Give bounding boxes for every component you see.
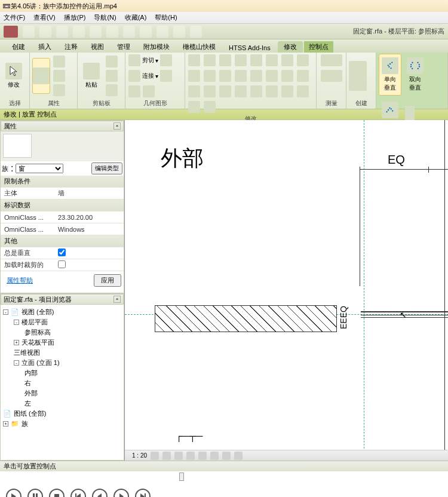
delete-icon[interactable] [250, 70, 262, 82]
tree-elev[interactable]: -立面 (立面 1) [3, 358, 121, 368]
copy-icon[interactable] [106, 70, 118, 82]
scale-icon[interactable] [204, 70, 216, 82]
group-identity[interactable]: 标识数据 [1, 200, 124, 211]
cut-icon[interactable] [106, 56, 118, 68]
pause-button[interactable] [27, 489, 43, 497]
ref-plane-vertical[interactable] [364, 120, 364, 461]
collapse-icon[interactable]: - [14, 320, 19, 325]
visual-style-icon[interactable] [162, 452, 171, 460]
close-icon[interactable]: × [113, 122, 121, 130]
mod-icon[interactable] [297, 85, 309, 97]
crop-region-icon[interactable] [210, 452, 219, 460]
dimension-icon[interactable] [321, 70, 342, 82]
mod-icon[interactable] [204, 85, 216, 97]
menu-view[interactable]: 查看(V) [33, 13, 56, 22]
tree-sheets[interactable]: 📄 图纸 (全部) [3, 409, 121, 419]
tab-manage[interactable]: 管理 [111, 41, 136, 53]
mod-icon[interactable] [281, 85, 293, 97]
menu-file[interactable]: 文件(F) [4, 13, 25, 22]
split-icon[interactable] [297, 54, 309, 66]
mod-icon[interactable] [250, 85, 262, 97]
mod-icon[interactable] [281, 70, 293, 82]
menu-fav[interactable]: 收藏(A) [125, 13, 147, 22]
qat-save-icon[interactable] [39, 26, 51, 38]
geom-icon[interactable] [128, 85, 140, 97]
prev-button[interactable] [70, 489, 86, 497]
cope-icon[interactable] [160, 54, 172, 66]
trunc-checkbox[interactable] [58, 260, 66, 268]
family-types-icon[interactable] [53, 70, 65, 82]
menu-play[interactable]: 播放(P) [64, 13, 86, 22]
next-button[interactable] [135, 489, 151, 497]
tab-modify[interactable]: 修改 [278, 41, 303, 53]
qat-item[interactable] [123, 26, 135, 38]
expand-icon[interactable]: + [3, 421, 8, 427]
modify-button[interactable]: 修改 [2, 55, 25, 97]
app-button[interactable] [4, 26, 18, 38]
align-icon[interactable] [188, 54, 200, 66]
detail-level-icon[interactable] [151, 452, 159, 460]
mod-icon[interactable] [204, 101, 216, 113]
tree-right[interactable]: 右 [3, 378, 121, 388]
tab-control[interactable]: 控制点 [304, 41, 333, 53]
prop-always-vertical[interactable]: 总是垂直 [1, 247, 124, 259]
geom-icon[interactable] [143, 85, 155, 97]
qat-open-icon[interactable] [23, 26, 35, 38]
prop-trunc[interactable]: 加载时裁剪的 [1, 259, 124, 271]
tab-insert[interactable]: 插入 [32, 41, 57, 53]
play-button[interactable] [6, 489, 22, 497]
mod-icon[interactable] [219, 85, 231, 97]
sun-path-icon[interactable] [174, 452, 183, 460]
create-icon[interactable] [349, 61, 367, 91]
match-icon[interactable] [106, 84, 118, 96]
qat-item[interactable] [140, 26, 152, 38]
collapse-icon[interactable]: - [14, 360, 19, 366]
join-geom-icon[interactable] [128, 70, 140, 82]
tree-3d[interactable]: 三维视图 [3, 348, 121, 358]
trim-icon[interactable] [281, 54, 293, 66]
qat-print-icon[interactable] [90, 26, 102, 38]
hide-icon[interactable] [222, 452, 231, 460]
family-category-icon[interactable] [53, 84, 65, 96]
stop-button[interactable] [49, 489, 65, 497]
tree-views[interactable]: -📄 视图 (全部) [3, 307, 121, 317]
mod-icon[interactable] [235, 85, 247, 97]
expand-icon[interactable]: + [14, 340, 19, 345]
single-vertical-button[interactable]: 单向 垂直 [379, 54, 401, 96]
paste-button[interactable]: 粘贴 [80, 55, 103, 97]
mod-icon[interactable] [266, 70, 278, 82]
mod-icon[interactable] [188, 85, 200, 97]
seek-thumb[interactable] [179, 473, 184, 481]
tree-ceiling[interactable]: +天花板平面 [3, 338, 121, 348]
apply-button[interactable]: 应用 [94, 274, 121, 287]
collapse-icon[interactable]: - [3, 309, 8, 315]
tree-inner[interactable]: 内部 [3, 368, 121, 378]
qat-undo-icon[interactable] [56, 26, 68, 38]
crop-icon[interactable] [198, 452, 207, 460]
player-seek-bar[interactable] [0, 471, 448, 484]
properties-help-link[interactable]: 属性帮助 [3, 274, 36, 287]
join-icon[interactable] [160, 70, 172, 82]
qat-measure-icon[interactable] [106, 26, 118, 38]
prop-host[interactable]: 主体墙 [1, 188, 124, 200]
type-selector[interactable]: 族: 窗 编辑类型 [1, 161, 124, 176]
edit-type-button[interactable]: 编辑类型 [91, 162, 122, 174]
tree-floor[interactable]: -楼层平面 [3, 317, 121, 327]
tree-families[interactable]: +📁 族 [3, 419, 121, 429]
mod-icon[interactable] [266, 85, 278, 97]
qat-item[interactable] [190, 26, 202, 38]
menu-help[interactable]: 帮助(H) [155, 13, 177, 22]
mod-icon[interactable] [188, 101, 200, 113]
browser-tree[interactable]: -📄 视图 (全部) -楼层平面 参照标高 +天花板平面 三维视图 -立面 (立… [1, 305, 124, 431]
unpin-icon[interactable] [235, 70, 247, 82]
reveal-icon[interactable] [234, 452, 243, 460]
tab-lmk[interactable]: 橄榄山快模 [177, 41, 222, 53]
step-back-button[interactable] [92, 489, 108, 497]
menu-nav[interactable]: 导航(N) [94, 13, 116, 22]
measure-icon[interactable] [321, 54, 342, 66]
tab-annotate[interactable]: 注释 [59, 41, 84, 53]
copy-icon[interactable] [250, 54, 262, 66]
qat-item[interactable] [173, 26, 185, 38]
props-toggle[interactable] [32, 58, 50, 94]
tab-htss[interactable]: HTSS Add-Ins [223, 43, 277, 53]
